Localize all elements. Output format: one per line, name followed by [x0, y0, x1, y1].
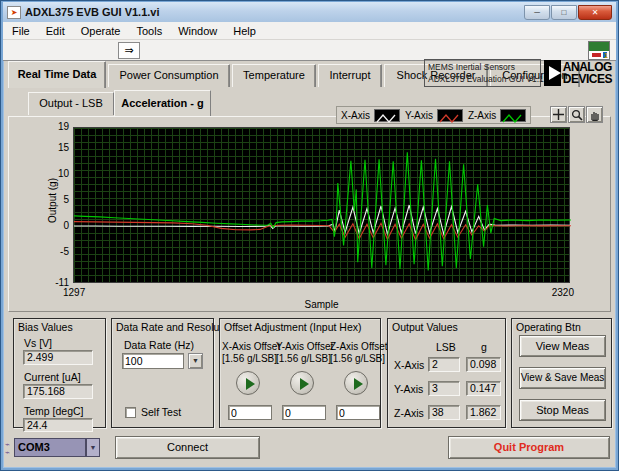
- y-tick-label: 0: [63, 220, 69, 231]
- subtab-output-lsb[interactable]: Output - LSB: [28, 92, 114, 115]
- operating-title: Operating Btn: [516, 321, 581, 333]
- z-offset-label2: [1.56 g/LSB]: [330, 353, 382, 365]
- header-line1: MEMS Inertial Sensors: [428, 61, 537, 73]
- toolbar: ⇒ 1: [3, 40, 616, 61]
- legend-x-axis[interactable]: X-Axis: [341, 109, 400, 122]
- titlebar[interactable]: ➤ ADXL375 EVB GUI V1.1.vi ─ □ ✕: [3, 2, 616, 22]
- output-row-z-label: Z-Axis: [394, 407, 424, 419]
- output-values-title: Output Values: [392, 321, 458, 333]
- y-axis-swatch-icon: [437, 109, 463, 122]
- y-offset-label1: Y-Axis Offset: [276, 341, 328, 353]
- temp-value: 24.4: [23, 418, 93, 432]
- z-lsb-value: 38: [428, 405, 460, 420]
- chart-legend: X-Axis Y-Axis Z-Axis: [336, 106, 531, 124]
- y-axis-ticks: 19151050-5-11: [40, 127, 69, 283]
- minimize-button[interactable]: ─: [524, 5, 550, 20]
- adi-triangle-icon: [544, 60, 561, 86]
- y-g-value: 0.147: [466, 381, 501, 396]
- x-offset-label2: [1.56 g/LSB]: [222, 353, 274, 365]
- tab-real-time-data[interactable]: Real Time Data: [8, 61, 106, 88]
- pan-hand-tool-icon[interactable]: [586, 106, 603, 123]
- y-tick-label: 5: [63, 194, 69, 205]
- view-meas-button[interactable]: View Meas: [519, 335, 606, 357]
- y-tick-label: -5: [60, 246, 69, 257]
- y-tick-label: 15: [58, 142, 69, 153]
- menu-edit[interactable]: Edit: [38, 25, 73, 37]
- menu-tools[interactable]: Tools: [128, 25, 170, 37]
- g-header: g: [481, 341, 487, 353]
- vs-label: Vs [V]: [24, 337, 52, 349]
- tab-temperature[interactable]: Temperature: [232, 64, 316, 87]
- x-axis-swatch-icon: [374, 109, 400, 122]
- header-info-box: MEMS Inertial Sensors ADXL375 Evaluation…: [424, 59, 541, 87]
- offset-adjustment-panel: Offset Adjustment (Input Hex) X-Axis Off…: [219, 318, 381, 428]
- zoom-tool-icon[interactable]: [568, 106, 585, 123]
- vs-value: 2.499: [23, 350, 93, 365]
- view-save-meas-button[interactable]: View & Save Meas: [519, 367, 606, 389]
- z-offset-label1: Z-Axis Offset: [330, 341, 382, 353]
- y-lsb-value: 3: [428, 381, 460, 396]
- y-offset-apply-button[interactable]: [290, 371, 314, 395]
- header-line2: ADXL375 Evaluation GUI V1.1: [428, 73, 537, 85]
- x-offset-input[interactable]: [228, 405, 272, 420]
- y-offset-label2: [1.56 g/LSB]: [276, 353, 328, 365]
- self-test-checkbox[interactable]: [125, 407, 136, 418]
- visa-io-icon: ⌁⌁: [5, 441, 14, 457]
- x-tick-label: 1297: [63, 287, 85, 298]
- maximize-button[interactable]: □: [551, 5, 577, 20]
- menu-file[interactable]: File: [7, 25, 38, 37]
- run-arrow-icon[interactable]: ⇒: [118, 42, 140, 59]
- close-button[interactable]: ✕: [578, 5, 612, 20]
- x-axis-title: Sample: [73, 299, 570, 310]
- output-row-y-label: Y-Axis: [394, 383, 423, 395]
- x-offset-label1: X-Axis Offset: [222, 341, 274, 353]
- z-offset-input[interactable]: [336, 405, 380, 420]
- series-y-axis: [74, 222, 571, 240]
- analog-devices-logo: ANALOG DEVICES: [544, 59, 612, 87]
- y-tick-label: 19: [58, 121, 69, 132]
- series-z-axis: [74, 152, 571, 270]
- menu-help[interactable]: Help: [225, 25, 264, 37]
- data-rate-input[interactable]: [122, 353, 184, 369]
- data-rate-panel: Data Rate and Resolution Data Rate (Hz) …: [111, 318, 214, 428]
- graph-palette: [550, 106, 603, 123]
- data-rate-dropdown-icon[interactable]: ▼: [188, 353, 203, 369]
- tab-power-consumption[interactable]: Power Consumption: [108, 64, 230, 87]
- offset-title: Offset Adjustment (Input Hex): [224, 321, 362, 333]
- current-value: 175.168: [23, 384, 93, 399]
- self-test-label: Self Test: [141, 406, 181, 418]
- chart-canvas: [74, 128, 571, 284]
- menubar: File Edit Operate Tools Window Help: [3, 22, 616, 40]
- output-values-panel: Output Values LSB g X-Axis 2 0.098 Y-Axi…: [387, 318, 506, 428]
- z-g-value: 1.862: [466, 405, 501, 420]
- stop-meas-button[interactable]: Stop Meas: [519, 399, 606, 421]
- x-g-value: 0.098: [466, 357, 501, 372]
- x-axis-ticks: 12972320: [73, 287, 570, 299]
- connect-button[interactable]: Connect: [115, 436, 260, 459]
- legend-z-axis[interactable]: Z-Axis: [468, 109, 526, 122]
- y-offset-input[interactable]: [282, 405, 326, 420]
- temp-label: Temp [degC]: [24, 405, 84, 417]
- vi-icon: 1: [588, 41, 610, 60]
- bias-values-title: Bias Values: [18, 321, 73, 333]
- window-title: ADXL375 EVB GUI V1.1.vi: [25, 6, 524, 18]
- com-port-dropdown-icon[interactable]: ▼: [86, 438, 100, 457]
- subtab-acceleration-g[interactable]: Acceleration - g: [114, 90, 211, 116]
- tab-interrupt[interactable]: Interrupt: [318, 64, 382, 87]
- com-port-selector[interactable]: COM3: [14, 438, 86, 457]
- y-tick-label: 10: [58, 168, 69, 179]
- app-window: ➤ ADXL375 EVB GUI V1.1.vi ─ □ ✕ File Edi…: [0, 0, 619, 471]
- menu-operate[interactable]: Operate: [73, 25, 129, 37]
- lsb-header: LSB: [436, 341, 456, 353]
- waveform-chart[interactable]: [73, 127, 570, 283]
- x-tick-label: 2320: [552, 287, 574, 298]
- menu-window[interactable]: Window: [170, 25, 225, 37]
- x-offset-apply-button[interactable]: [236, 371, 260, 395]
- quit-program-button[interactable]: Quit Program: [448, 436, 610, 459]
- data-rate-label: Data Rate (Hz): [124, 339, 194, 351]
- output-row-x-label: X-Axis: [394, 359, 424, 371]
- bias-values-panel: Bias Values Vs [V] 2.499 Current [uA] 17…: [13, 318, 106, 428]
- cursor-tool-icon[interactable]: [550, 106, 567, 123]
- z-offset-apply-button[interactable]: [344, 371, 368, 395]
- legend-y-axis[interactable]: Y-Axis: [405, 109, 463, 122]
